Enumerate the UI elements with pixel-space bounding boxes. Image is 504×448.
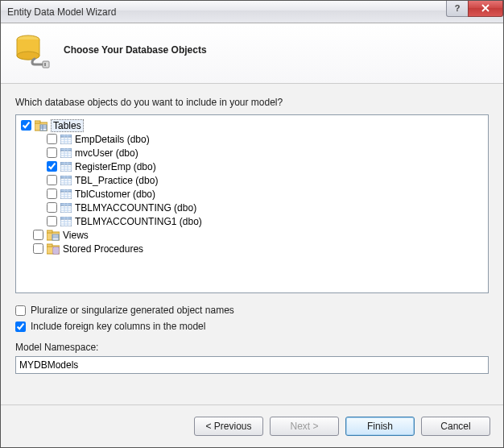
help-button[interactable]: ? [446,1,469,17]
folder-tables-icon [35,120,48,131]
table-label: RegisterEmp (dbo) [75,161,156,172]
table-icon [60,162,72,172]
tree-node-views[interactable]: Views [33,228,483,242]
views-label: Views [63,230,89,241]
tables-children: EmpDetails (dbo) mvcUser (dbo) RegisterE… [47,132,483,228]
titlebar: Entity Data Model Wizard ? [1,1,503,23]
svg-rect-29 [60,176,72,178]
close-icon [481,4,490,12]
table-icon [60,148,72,158]
window-title: Entity Data Model Wizard [7,6,447,18]
namespace-label: Model Namespace: [15,342,489,353]
table-row[interactable]: TBL_Practice (dbo) [47,173,483,187]
table-label: TBL_Practice (dbo) [75,175,158,186]
content: Choose Your Database Objects Which datab… [1,23,503,447]
table-icon [60,176,72,185]
table-checkbox[interactable] [47,134,57,144]
table-icon [60,135,72,144]
tables-label: Tables [51,119,84,132]
tree-node-sprocs[interactable]: Stored Procedures [33,242,483,255]
body: Which database objects do you want to in… [1,84,503,404]
pluralize-checkbox[interactable] [15,305,26,316]
pluralize-label: Pluralize or singularize generated objec… [31,305,234,316]
previous-button[interactable]: < Previous [194,417,263,436]
views-checkbox[interactable] [33,230,43,240]
window-controls: ? [447,1,503,17]
prompt-text: Which database objects do you want to in… [15,97,489,108]
namespace-input[interactable] [15,356,489,374]
table-checkbox[interactable] [47,216,57,226]
svg-point-1 [17,52,39,60]
foreignkeys-label: Include foreign key columns in the model [31,321,205,332]
table-label: TblCustomer (dbo) [75,189,155,200]
folder-sprocs-icon [47,243,60,255]
finish-button[interactable]: Finish [345,417,415,436]
help-icon: ? [455,3,461,13]
svg-rect-35 [60,189,72,192]
table-label: EmpDetails (dbo) [75,134,150,145]
table-row[interactable]: TBLMYACCOUNTING1 (dbo) [47,214,483,228]
table-row[interactable]: TblCustomer (dbo) [47,187,483,201]
svg-rect-5 [35,121,40,123]
cancel-button[interactable]: Cancel [421,417,490,436]
table-label: TBLMYACCOUNTING (dbo) [75,202,196,214]
footer: < Previous Next > Finish Cancel [1,404,503,447]
tables-checkbox[interactable] [21,120,31,131]
folder-views-icon [47,230,60,241]
svg-rect-23 [60,162,72,164]
option-foreignkeys[interactable]: Include foreign key columns in the model [15,321,489,332]
table-row[interactable]: mvcUser (dbo) [47,146,483,160]
svg-rect-53 [47,230,52,233]
table-checkbox[interactable] [47,161,57,172]
table-label: TBLMYACCOUNTING1 (dbo) [75,216,202,227]
svg-rect-47 [60,217,72,219]
table-row[interactable]: EmpDetails (dbo) [47,132,483,146]
close-button[interactable] [468,1,503,17]
database-icon [14,31,51,68]
table-label: mvcUser (dbo) [75,147,138,159]
svg-rect-3 [44,63,46,66]
table-checkbox[interactable] [47,202,57,213]
svg-rect-17 [60,148,72,151]
wizard-window: Entity Data Model Wizard ? Choose Your D… [0,0,504,448]
page-heading: Choose Your Database Objects [64,44,207,56]
table-row[interactable]: TBLMYACCOUNTING (dbo) [47,201,483,214]
table-checkbox[interactable] [47,189,57,199]
next-button[interactable]: Next > [270,417,339,436]
tree-node-tables[interactable]: Tables [21,118,483,132]
foreignkeys-checkbox[interactable] [15,321,26,332]
table-icon [60,203,72,213]
sprocs-checkbox[interactable] [33,243,43,254]
sprocs-label: Stored Procedures [63,243,143,255]
table-icon [60,217,72,226]
objects-tree[interactable]: Tables EmpDetails (dbo) mvcUser (dbo) [15,114,489,293]
options: Pluralize or singularize generated objec… [15,305,489,332]
header: Choose Your Database Objects [1,23,503,84]
option-pluralize[interactable]: Pluralize or singularize generated objec… [15,305,489,316]
svg-rect-11 [60,135,72,137]
table-icon [60,189,72,199]
svg-rect-41 [60,203,72,205]
svg-rect-58 [47,244,52,247]
table-checkbox[interactable] [47,147,57,158]
table-checkbox[interactable] [47,175,57,185]
table-row[interactable]: RegisterEmp (dbo) [47,160,483,173]
